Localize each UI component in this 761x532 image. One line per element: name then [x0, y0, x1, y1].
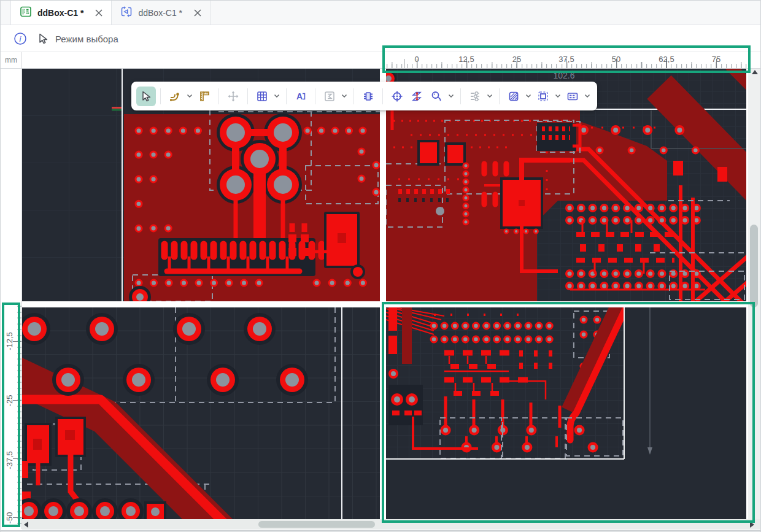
select-tool-button[interactable] [136, 87, 156, 106]
pcb-view-bottom-right[interactable] [386, 307, 746, 519]
pcb-view-bottom-left[interactable] [22, 307, 380, 519]
scroll-left-arrow[interactable] [24, 522, 28, 528]
info-icon[interactable]: i [14, 32, 27, 45]
chevron-down-icon[interactable] [339, 87, 349, 106]
schematic-document-icon [120, 6, 133, 20]
toolbar-separator [286, 88, 287, 104]
ruler-unit-label: mm [1, 52, 22, 69]
route-tool-button[interactable] [165, 87, 185, 106]
tab-label: ddBox-C1 * [37, 8, 83, 18]
close-icon[interactable] [194, 9, 201, 17]
tab-schematic[interactable]: ddBox-C1 * [112, 1, 211, 25]
ruler-tick-label: 75 [712, 55, 720, 64]
selection-filter-tool-button[interactable] [533, 87, 553, 106]
chevron-down-icon[interactable] [185, 87, 195, 106]
chevron-down-icon[interactable] [446, 87, 456, 106]
ruler-top: 0 12,5 25 37,5 50 62,5 75 [22, 52, 761, 69]
toolbar-separator [499, 88, 500, 104]
view-splitter-vertical[interactable] [380, 69, 386, 519]
text-tool-button[interactable]: A [291, 87, 311, 106]
zoom-tool-button[interactable] [427, 87, 446, 106]
toolbar-separator [218, 88, 219, 104]
scroll-up-arrow[interactable] [752, 70, 758, 74]
scroll-right-arrow[interactable] [750, 522, 754, 528]
measure-tool-button[interactable] [195, 87, 214, 106]
ruler-tick-label: -50 [5, 512, 14, 524]
svg-text:i: i [20, 34, 22, 44]
toolbar-separator [460, 88, 461, 104]
ruler-left-major-ticks [13, 303, 21, 526]
app-window: ddBox-C1 * ddBox-C1 * i Режим выбора mm [0, 0, 761, 532]
vertical-scrollbar[interactable] [748, 69, 761, 519]
horizontal-scrollbar[interactable] [22, 519, 761, 530]
chevron-down-icon[interactable] [523, 87, 533, 106]
toolbar-separator [353, 88, 354, 104]
move-tool-button[interactable] [223, 87, 243, 106]
ruler-left: -12,5 -25 -37,5 -50 [1, 69, 22, 529]
view-splitter-horizontal[interactable] [22, 301, 748, 307]
window-bottom-divider [1, 530, 761, 531]
via-stack-tool-button[interactable] [407, 87, 427, 106]
board-document-icon [20, 6, 32, 20]
chevron-down-icon[interactable] [553, 87, 563, 106]
toolbar-separator [315, 88, 315, 104]
ruler-tick-label: -37,5 [5, 451, 14, 469]
pcb-canvas[interactable]: 102.6 [22, 69, 761, 532]
chevron-down-icon[interactable] [582, 87, 592, 106]
tab-board[interactable]: ddBox-C1 * [10, 1, 112, 25]
toolbar-separator [160, 88, 161, 104]
toolbar-separator [382, 88, 383, 104]
toolbar-separator [247, 88, 248, 104]
ruler-tick-label: 12,5 [458, 55, 474, 64]
mode-label: Режим выбора [55, 34, 118, 44]
ruler-tick-label: 37,5 [558, 55, 574, 64]
ruler-tick-label: 62,5 [659, 55, 674, 64]
ruler-tick-label: -25 [5, 395, 14, 407]
ruler-tick-label: -12,5 [5, 332, 14, 350]
panelization-tool-button[interactable] [563, 87, 582, 106]
dimension-label: 102.6 [539, 71, 589, 80]
ruler-tick-label: 25 [512, 55, 521, 64]
component-tool-button[interactable] [358, 87, 378, 106]
formula-tool-button[interactable] [320, 87, 339, 106]
document-tabbar: ddBox-C1 * ddBox-C1 * [1, 1, 761, 25]
chevron-down-icon[interactable] [485, 87, 495, 106]
horizontal-scrollbar-thumb[interactable] [258, 521, 375, 528]
svg-text:A: A [296, 91, 303, 101]
copper-zone-tool-button[interactable] [504, 87, 523, 106]
ic-cluster-top [537, 121, 580, 152]
net-classes-tool-button[interactable] [465, 87, 485, 106]
cursor-mode-icon [37, 33, 49, 45]
mode-toolbar: i Режим выбора [1, 26, 761, 52]
chevron-down-icon[interactable] [272, 87, 282, 106]
floating-toolbar: A [131, 82, 597, 110]
ruler-tick-label: 50 [612, 55, 620, 64]
ruler-tick-label: 0 [414, 55, 419, 64]
tab-label: ddBox-C1 * [138, 8, 182, 18]
vertical-scrollbar-thumb[interactable] [750, 225, 758, 307]
origin-tool-button[interactable] [387, 87, 407, 106]
grid-tool-button[interactable] [252, 87, 272, 106]
close-icon[interactable] [95, 9, 102, 17]
